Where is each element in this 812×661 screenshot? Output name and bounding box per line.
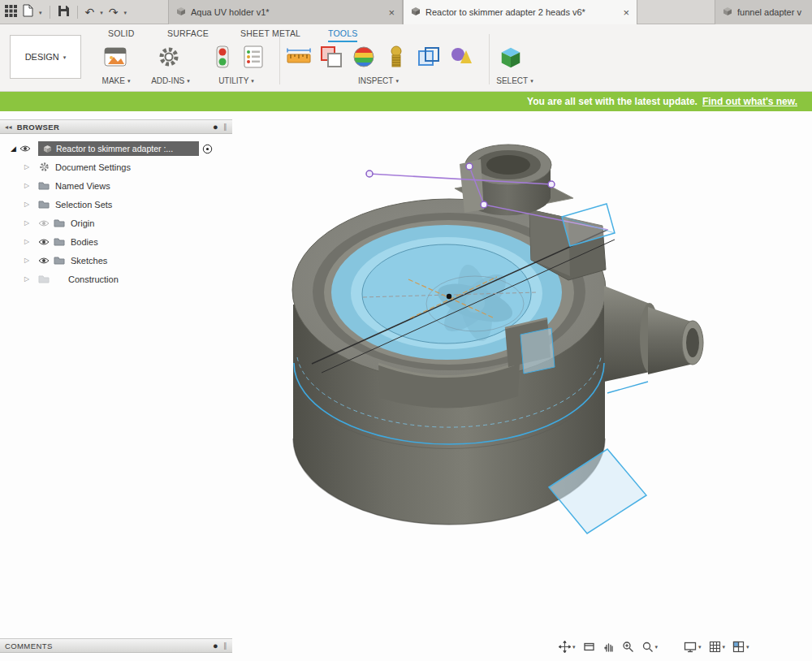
group-make[interactable]: MAKE▾	[96, 76, 136, 85]
document-tabs: Aqua UV holder v1* × Reactor to skimmer …	[168, 0, 637, 24]
browser-panel-header[interactable]: ◂◂ BROWSER ● ∥	[0, 119, 232, 134]
file-menu-caret-icon[interactable]: ▾	[39, 10, 42, 15]
tree-item-label: Sketches	[71, 256, 107, 266]
redo-caret-icon[interactable]: ▾	[124, 10, 127, 15]
comments-panel-header[interactable]: COMMENTS ● ∥	[0, 638, 232, 653]
undo-icon[interactable]: ↶	[85, 6, 95, 18]
expanded-triangle-icon[interactable]: ◢	[11, 145, 16, 153]
group-select-label: SELECT	[496, 76, 528, 85]
group-add-ins[interactable]: ADD-INS▾	[147, 76, 194, 85]
root-component-item[interactable]: Reactor to skimmer adapter :...	[38, 141, 199, 156]
collapsed-triangle-icon[interactable]: ▷	[24, 182, 35, 189]
add-ins-caret-icon: ▾	[187, 78, 190, 84]
viewports-icon[interactable]: ▾	[732, 641, 749, 653]
ribbon-tab-surface[interactable]: SURFACE	[167, 28, 209, 38]
collapsed-triangle-icon[interactable]: ▷	[24, 257, 35, 264]
document-cube-icon	[176, 6, 186, 18]
tree-item-sketches[interactable]: ▷ Sketches	[0, 251, 232, 270]
component-color-icon[interactable]	[448, 44, 474, 70]
collapsed-triangle-icon[interactable]: ▷	[24, 275, 35, 283]
grid-snaps-caret-icon: ▾	[723, 644, 726, 650]
ribbon-tab-tools[interactable]: TOOLS	[328, 28, 357, 42]
folder-icon	[37, 181, 50, 190]
visibility-eye-icon[interactable]	[37, 257, 50, 265]
close-tab-icon[interactable]: ×	[388, 6, 395, 19]
tree-item-construction[interactable]: ▷ Construction	[0, 270, 232, 288]
tree-item-named-views[interactable]: ▷ Named Views	[0, 176, 232, 195]
add-ins-icon[interactable]	[156, 44, 182, 70]
curvature-analysis-icon[interactable]	[351, 44, 377, 70]
interference-icon[interactable]	[318, 44, 344, 70]
tree-item-label: Construction	[68, 274, 119, 284]
collapsed-triangle-icon[interactable]: ▷	[24, 238, 35, 245]
collapsed-triangle-icon[interactable]: ▷	[24, 201, 35, 208]
fit-icon[interactable]: ▾	[641, 641, 659, 653]
tree-item-origin[interactable]: ▷ Origin	[0, 214, 232, 232]
comments-panel-title: COMMENTS	[5, 642, 208, 650]
collapsed-triangle-icon[interactable]: ▷	[24, 219, 35, 227]
collapse-panel-icon[interactable]: ◂◂	[5, 123, 12, 131]
utility-caret-icon: ▾	[251, 78, 254, 84]
utility-checklist-icon[interactable]	[240, 44, 266, 70]
look-at-icon[interactable]	[583, 641, 595, 653]
side-outlet-pipe[interactable]	[604, 286, 703, 382]
panel-grip-icon[interactable]: ∥	[223, 642, 227, 650]
make-caret-icon: ▾	[127, 78, 131, 84]
viewports-caret-icon: ▾	[746, 644, 749, 650]
panel-options-icon[interactable]: ●	[213, 642, 218, 650]
group-select[interactable]: SELECT▾	[492, 76, 538, 85]
activate-component-icon[interactable]	[201, 144, 214, 154]
document-cube-icon	[723, 6, 732, 18]
thread-icon[interactable]	[383, 44, 409, 70]
document-tab-aqua-uv[interactable]: Aqua UV holder v1* ×	[168, 0, 403, 24]
tree-item-document-settings[interactable]: ▷ Document Settings	[0, 158, 232, 176]
pan-icon[interactable]: ▾	[559, 641, 576, 653]
zoom-icon[interactable]	[622, 641, 634, 653]
tree-item-label: Origin	[71, 218, 94, 228]
tree-item-bodies[interactable]: ▷ Bodies	[0, 232, 232, 251]
panel-options-icon[interactable]: ●	[213, 123, 218, 132]
group-add-ins-label: ADD-INS	[151, 76, 184, 85]
file-menu-icon[interactable]	[23, 4, 33, 20]
whats-new-link[interactable]: Find out what's new.	[702, 96, 797, 107]
tree-item-selection-sets[interactable]: ▷ Selection Sets	[0, 195, 232, 214]
fusion-window: ▾ ↶ ▾ ↷ ▾ Aqua UV holder v1* ×	[0, 0, 812, 661]
visibility-eye-icon[interactable]	[19, 145, 32, 153]
root-component-label: Reactor to skimmer adapter :...	[56, 144, 173, 153]
tree-root-row[interactable]: ◢ Reactor to skimmer adapter :...	[0, 140, 232, 158]
workspace-caret-icon: ▾	[63, 54, 67, 60]
utility-traffic-light-icon[interactable]	[209, 44, 235, 70]
close-tab-icon[interactable]: ×	[623, 6, 629, 19]
redo-icon[interactable]: ↷	[109, 6, 119, 18]
component-cube-icon	[43, 145, 52, 153]
tree-item-label: Selection Sets	[55, 200, 112, 210]
visibility-eye-icon[interactable]	[37, 238, 50, 246]
quick-access-toolbar: ▾ ↶ ▾ ↷ ▾	[5, 0, 127, 24]
visibility-eye-off-icon[interactable]	[37, 219, 50, 227]
select-icon[interactable]	[499, 45, 525, 71]
make-icon[interactable]	[102, 44, 128, 70]
main-canvas-area: ◂◂ BROWSER ● ∥ ◢ Reactor to skimmer adap…	[0, 111, 812, 661]
document-tab-label: Reactor to skimmer adapter 2 heads v6*	[425, 7, 618, 17]
document-tab-reactor-adapter[interactable]: Reactor to skimmer adapter 2 heads v6* ×	[403, 0, 637, 24]
ribbon-tab-solid[interactable]: SOLID	[108, 28, 135, 38]
collapsed-triangle-icon[interactable]: ▷	[24, 163, 35, 171]
ribbon-toolbar: DESIGN ▾ SOLID SURFACE SHEET METAL TOOLS	[0, 24, 812, 92]
group-inspect[interactable]: INSPECT▾	[354, 76, 403, 85]
sketch-center-point[interactable]	[447, 294, 451, 299]
document-tab-funnel-adapter[interactable]: funnel adapter v	[715, 0, 812, 24]
display-settings-icon[interactable]: ▾	[684, 641, 702, 653]
tree-item-label: Named Views	[55, 181, 110, 191]
ribbon-tab-sheet-metal[interactable]: SHEET METAL	[240, 28, 300, 38]
hand-pan-icon[interactable]	[603, 641, 615, 653]
workspace-selector[interactable]: DESIGN ▾	[10, 35, 81, 79]
panel-grip-icon[interactable]: ∥	[223, 123, 227, 131]
section-analysis-icon[interactable]	[416, 44, 442, 70]
save-icon[interactable]	[58, 5, 70, 20]
app-grid-icon[interactable]	[5, 5, 17, 20]
measure-icon[interactable]	[286, 44, 312, 70]
comments-panel: COMMENTS ● ∥	[0, 638, 232, 653]
group-utility[interactable]: UTILITY▾	[213, 76, 260, 85]
undo-caret-icon[interactable]: ▾	[100, 10, 103, 15]
grid-snaps-icon[interactable]: ▾	[709, 641, 726, 653]
